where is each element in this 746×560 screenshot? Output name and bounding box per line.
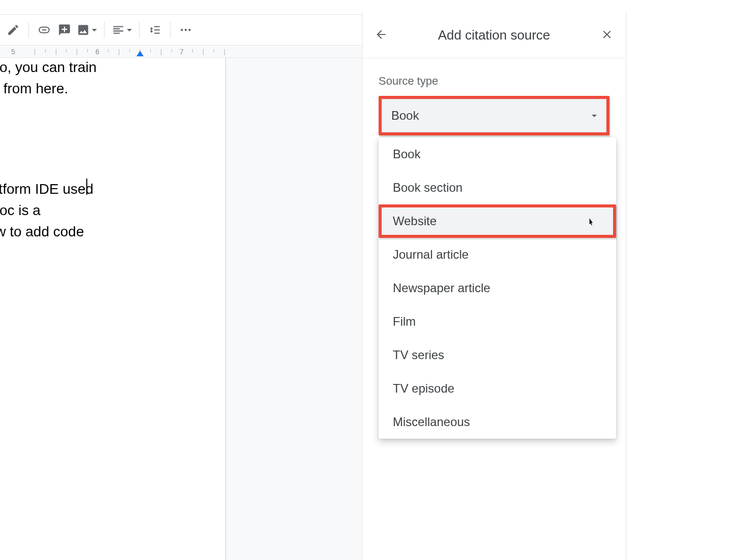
panel-divider	[379, 238, 609, 239]
source-type-label: Source type	[379, 75, 609, 88]
line-spacing-icon	[148, 23, 161, 37]
add-comment-button[interactable]	[54, 20, 75, 40]
line-spacing-button[interactable]	[145, 20, 165, 40]
svg-point-2	[188, 29, 190, 31]
panel-header: Add citation source	[362, 13, 626, 58]
citation-panel: Add citation source Source type Book Boo…	[362, 13, 626, 560]
document-text: how to add code	[0, 221, 84, 242]
highlighter-icon	[7, 23, 20, 37]
image-icon	[77, 23, 90, 37]
dropdown-item-journal-article[interactable]: Journal article	[379, 238, 616, 271]
arrow-left-icon	[375, 28, 388, 41]
toolbar-separator	[170, 22, 171, 38]
dropdown-item-film[interactable]: Film	[379, 305, 616, 338]
align-left-icon	[112, 23, 125, 37]
dropdown-item-tv-series[interactable]: TV series	[379, 338, 616, 372]
dropdown-item-miscellaneous[interactable]: Miscellaneous	[379, 405, 616, 439]
document-text: Also, you can train	[0, 57, 96, 78]
more-icon	[179, 23, 192, 37]
dropdown-item-book-section[interactable]: Book section	[379, 171, 616, 204]
toolbar-separator	[139, 22, 140, 38]
right-indent-marker[interactable]	[137, 51, 144, 56]
dropdown-item-newspaper-article[interactable]: Newspaper article	[379, 271, 616, 305]
highlighter-button[interactable]	[3, 20, 23, 40]
document-page[interactable]: Also, you can train me from here. platfo…	[0, 58, 226, 560]
source-type-select[interactable]: Book	[382, 99, 606, 132]
close-icon	[600, 28, 614, 41]
document-text: e doc is a	[0, 200, 41, 221]
cursor-pointer-icon	[585, 216, 597, 230]
side-app-rail	[626, 13, 645, 560]
chevron-down-icon	[592, 115, 597, 117]
side-panel: Add citation source Source type Book Boo…	[362, 13, 746, 560]
ruler-mark: 6	[95, 48, 99, 56]
dropdown-item-tv-episode[interactable]: TV episode	[379, 372, 616, 405]
back-button[interactable]	[375, 28, 388, 43]
panel-title: Add citation source	[388, 27, 600, 43]
annotation-highlight-website: Website	[379, 204, 616, 238]
toolbar-separator	[104, 22, 105, 38]
text-cursor	[86, 179, 87, 195]
panel-body: Source type Book Book Book section Websi…	[362, 58, 626, 455]
document-text: platform IDE used	[0, 179, 93, 200]
page-margin-area	[226, 58, 362, 560]
ruler-mark: 5	[11, 48, 15, 56]
more-button[interactable]	[176, 20, 196, 40]
chevron-down-icon	[92, 29, 97, 31]
annotation-highlight-select: Book	[379, 96, 609, 135]
dropdown-item-book[interactable]: Book	[379, 137, 616, 171]
ruler-mark: 7	[180, 48, 184, 56]
link-icon	[38, 23, 51, 37]
source-type-selected-value: Book	[391, 109, 419, 123]
document-text: me from here.	[0, 78, 68, 99]
chevron-down-icon	[127, 29, 132, 31]
svg-point-0	[181, 29, 183, 31]
svg-point-1	[185, 29, 187, 31]
insert-link-button[interactable]	[34, 20, 54, 40]
source-type-dropdown: Book Book section Website Journal articl…	[379, 137, 616, 439]
comment-icon	[58, 23, 71, 37]
close-button[interactable]	[600, 28, 614, 43]
ruler[interactable]: 5 6 7	[0, 47, 362, 58]
insert-image-button[interactable]	[75, 20, 99, 40]
dropdown-item-website[interactable]: Website	[379, 204, 616, 238]
align-button[interactable]	[110, 20, 134, 40]
toolbar-separator	[28, 22, 29, 38]
